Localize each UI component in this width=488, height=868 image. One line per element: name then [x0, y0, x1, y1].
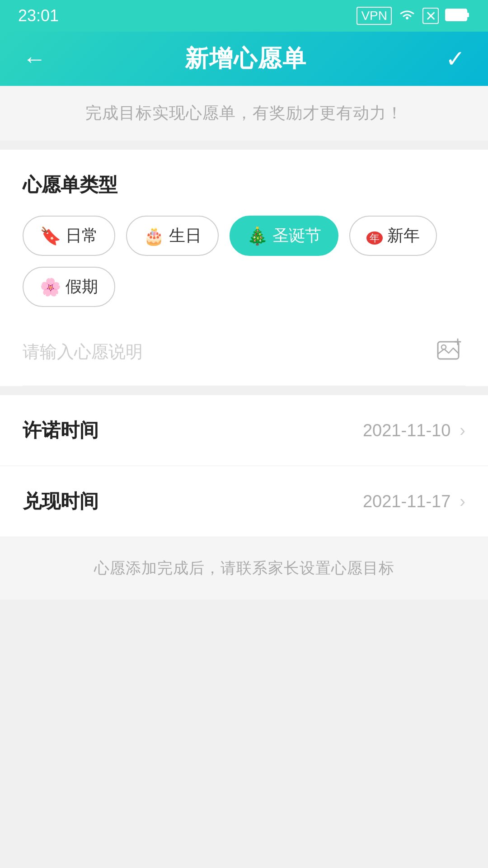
tag-birthday-label: 生日	[169, 225, 202, 247]
bottom-area	[0, 599, 488, 868]
wish-input-row[interactable]: 请输入心愿说明	[23, 318, 465, 386]
promise-date-right: 2021-11-10 ›	[363, 421, 465, 440]
fulfill-date-right: 2021-11-17 ›	[363, 492, 465, 511]
wifi-icon	[398, 8, 416, 24]
add-image-icon	[436, 338, 463, 365]
vpn-icon: VPN	[357, 7, 392, 25]
subtitle-text: 完成目标实现心愿单，有奖励才更有动力！	[85, 104, 403, 122]
x-icon: ✕	[422, 8, 439, 24]
tag-daily[interactable]: 🔖 日常	[23, 216, 115, 256]
tag-newyear[interactable]: 年 新年	[349, 216, 437, 256]
section-divider	[0, 386, 488, 395]
wish-type-title: 心愿单类型	[23, 172, 465, 198]
tag-newyear-icon: 年	[366, 226, 383, 245]
svg-rect-1	[467, 13, 469, 17]
fulfill-date-row[interactable]: 兑现时间 2021-11-17 ›	[0, 466, 488, 537]
tag-christmas[interactable]: 🎄 圣诞节	[230, 216, 338, 256]
wish-input-placeholder[interactable]: 请输入心愿说明	[23, 340, 434, 363]
tags-row-2: 🌸 假期	[23, 267, 465, 307]
tag-newyear-label: 新年	[387, 225, 420, 247]
status-bar: 23:01 VPN ✕	[0, 0, 488, 32]
tag-birthday-icon: 🎂	[143, 226, 164, 246]
top-nav: ← 新增心愿单 ✓	[0, 32, 488, 86]
tag-holiday-icon: 🌸	[40, 277, 61, 297]
back-button[interactable]: ←	[23, 47, 46, 71]
status-icons: VPN ✕	[357, 7, 470, 25]
fulfill-date-chevron-icon: ›	[460, 492, 465, 511]
tag-holiday[interactable]: 🌸 假期	[23, 267, 115, 307]
battery-icon	[445, 9, 470, 23]
footer-note-text: 心愿添加完成后，请联系家长设置心愿目标	[94, 559, 394, 576]
main-content: 心愿单类型 🔖 日常 🎂 生日 🎄 圣诞节 年 新年 🌸 假期	[0, 150, 488, 395]
tag-birthday[interactable]: 🎂 生日	[126, 216, 219, 256]
tag-christmas-label: 圣诞节	[272, 225, 321, 247]
fulfill-date-value: 2021-11-17	[363, 492, 450, 511]
promise-date-chevron-icon: ›	[460, 421, 465, 440]
date-rows-container: 许诺时间 2021-11-10 › 兑现时间 2021-11-17 ›	[0, 395, 488, 537]
page-title: 新增心愿单	[185, 43, 307, 75]
promise-date-label: 许诺时间	[23, 418, 99, 443]
subtitle-banner: 完成目标实现心愿单，有奖励才更有动力！	[0, 86, 488, 141]
promise-date-value: 2021-11-10	[363, 421, 450, 440]
add-image-button[interactable]	[434, 336, 465, 368]
tag-daily-label: 日常	[66, 225, 98, 247]
confirm-button[interactable]: ✓	[446, 47, 465, 71]
footer-note: 心愿添加完成后，请联系家长设置心愿目标	[0, 537, 488, 599]
tag-christmas-icon: 🎄	[247, 226, 268, 246]
promise-date-row[interactable]: 许诺时间 2021-11-10 ›	[0, 395, 488, 466]
fulfill-date-label: 兑现时间	[23, 489, 99, 514]
status-time: 23:01	[18, 6, 59, 25]
svg-rect-0	[446, 9, 467, 21]
tag-holiday-label: 假期	[66, 276, 98, 298]
tag-daily-icon: 🔖	[40, 226, 61, 246]
tags-row: 🔖 日常 🎂 生日 🎄 圣诞节 年 新年	[23, 216, 465, 256]
